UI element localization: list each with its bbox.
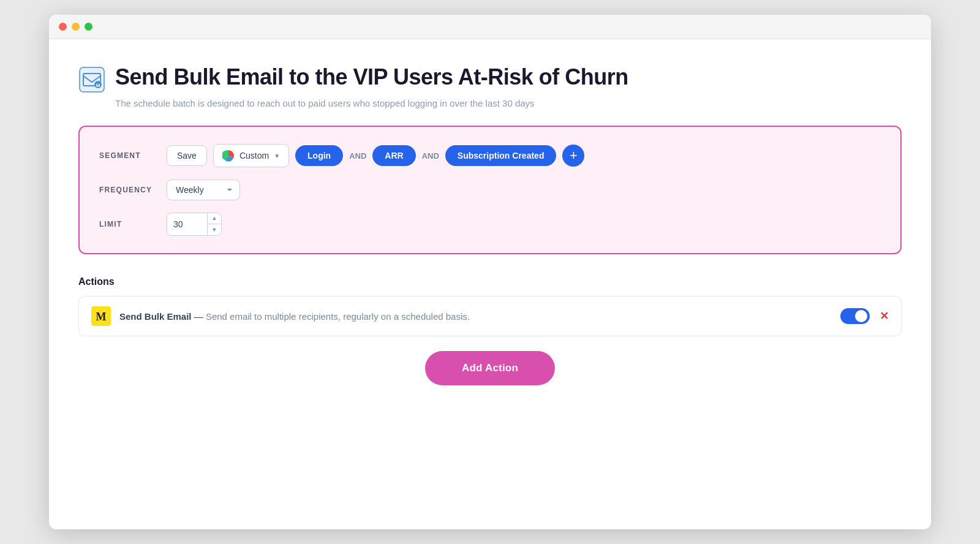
dropdown-chevron: ▼ [274,153,280,159]
action-text: Send Bulk Email — Send email to multiple… [119,311,832,322]
toggle-slider [840,308,870,324]
segment-row: SEGMENT Save Custom ▼ Login AND [99,144,881,167]
custom-dropdown[interactable]: Custom ▼ [213,144,289,167]
add-filter-button[interactable]: + [562,145,584,167]
svg-text:M: M [96,311,107,323]
action-icon: M [91,306,111,326]
custom-label: Custom [239,151,269,161]
page-title: Send Bulk Email to the VIP Users At-Risk… [115,64,628,90]
filter-arr[interactable]: ARR [372,145,415,166]
actions-title: Actions [78,276,902,287]
mailchimp-icon: M [91,306,111,326]
segment-label: SEGMENT [99,151,160,160]
and-1: AND [349,151,366,161]
frequency-label: FREQUENCY [99,186,160,194]
remove-action-button[interactable]: ✕ [880,311,889,322]
segment-dropdown-icon [222,149,235,162]
main-content: M Send Bulk Email to the VIP Users At-Ri… [49,39,931,529]
add-action-button[interactable]: Add Action [425,351,555,385]
page-icon: M [78,66,105,93]
segment-box: SEGMENT Save Custom ▼ Login AND [78,126,902,254]
filter-subscription[interactable]: Subscription Created [445,145,557,166]
limit-spinners: ▲ ▼ [207,213,221,235]
titlebar [49,15,931,39]
and-2: AND [422,151,439,161]
frequency-select[interactable]: Weekly Daily Monthly [167,179,240,200]
action-description: Send email to multiple recipients, regul… [206,311,470,322]
limit-row: LIMIT ▲ ▼ [99,213,881,236]
action-name: Send Bulk Email [119,311,192,322]
page-subtitle: The schedule batch is designed to reach … [115,98,902,108]
limit-up[interactable]: ▲ [208,213,221,224]
action-toggle[interactable] [840,308,870,324]
toggle-wrap: ✕ [840,308,889,324]
filter-login[interactable]: Login [295,145,343,166]
limit-input-wrap: ▲ ▼ [167,213,222,236]
frequency-row: FREQUENCY Weekly Daily Monthly [99,179,881,200]
action-separator: — [192,311,206,322]
action-card: M Send Bulk Email — Send email to multip… [78,296,902,336]
save-button[interactable]: Save [167,145,207,166]
maximize-button[interactable] [85,23,92,31]
actions-section: Actions M Send Bulk Email — Send email t… [78,276,902,385]
app-window: M Send Bulk Email to the VIP Users At-Ri… [49,15,931,529]
limit-label: LIMIT [99,220,160,229]
minimize-button[interactable] [72,23,80,31]
limit-down[interactable]: ▼ [208,224,221,235]
svg-text:M: M [96,83,100,88]
limit-input[interactable] [167,214,207,234]
close-button[interactable] [59,23,67,31]
page-header: M Send Bulk Email to the VIP Users At-Ri… [78,64,902,93]
